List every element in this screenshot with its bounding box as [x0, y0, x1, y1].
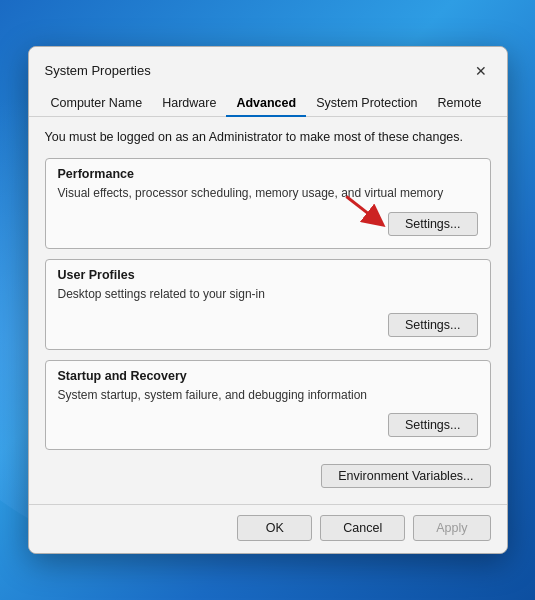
tab-system-protection[interactable]: System Protection — [306, 91, 427, 116]
startup-recovery-section: Startup and Recovery System startup, sys… — [45, 360, 491, 451]
tab-advanced[interactable]: Advanced — [226, 91, 306, 116]
apply-button[interactable]: Apply — [413, 515, 490, 541]
startup-recovery-label: Startup and Recovery — [58, 369, 478, 383]
tab-remote[interactable]: Remote — [428, 91, 492, 116]
tab-computer-name[interactable]: Computer Name — [41, 91, 153, 116]
user-profiles-desc: Desktop settings related to your sign-in — [58, 286, 478, 303]
tab-bar: Computer Name Hardware Advanced System P… — [29, 85, 507, 117]
env-btn-row: Environment Variables... — [45, 460, 491, 492]
ok-button[interactable]: OK — [237, 515, 312, 541]
environment-variables-button[interactable]: Environment Variables... — [321, 464, 490, 488]
content-area: You must be logged on as an Administrato… — [29, 117, 507, 505]
startup-recovery-settings-button[interactable]: Settings... — [388, 413, 478, 437]
cancel-button[interactable]: Cancel — [320, 515, 405, 541]
performance-desc: Visual effects, processor scheduling, me… — [58, 185, 478, 202]
performance-label: Performance — [58, 167, 478, 181]
admin-notice: You must be logged on as an Administrato… — [45, 129, 491, 147]
performance-btn-row: Settings... — [58, 212, 478, 236]
close-button[interactable]: ✕ — [467, 57, 495, 85]
dialog-title: System Properties — [45, 63, 151, 78]
user-profiles-section: User Profiles Desktop settings related t… — [45, 259, 491, 350]
performance-settings-button[interactable]: Settings... — [388, 212, 478, 236]
system-properties-dialog: System Properties ✕ Computer Name Hardwa… — [28, 46, 508, 555]
startup-recovery-btn-row: Settings... — [58, 413, 478, 437]
startup-recovery-desc: System startup, system failure, and debu… — [58, 387, 478, 404]
user-profiles-settings-button[interactable]: Settings... — [388, 313, 478, 337]
performance-section: Performance Visual effects, processor sc… — [45, 158, 491, 249]
bottom-bar: OK Cancel Apply — [29, 505, 507, 553]
user-profiles-label: User Profiles — [58, 268, 478, 282]
title-bar: System Properties ✕ — [29, 47, 507, 85]
user-profiles-btn-row: Settings... — [58, 313, 478, 337]
tab-hardware[interactable]: Hardware — [152, 91, 226, 116]
